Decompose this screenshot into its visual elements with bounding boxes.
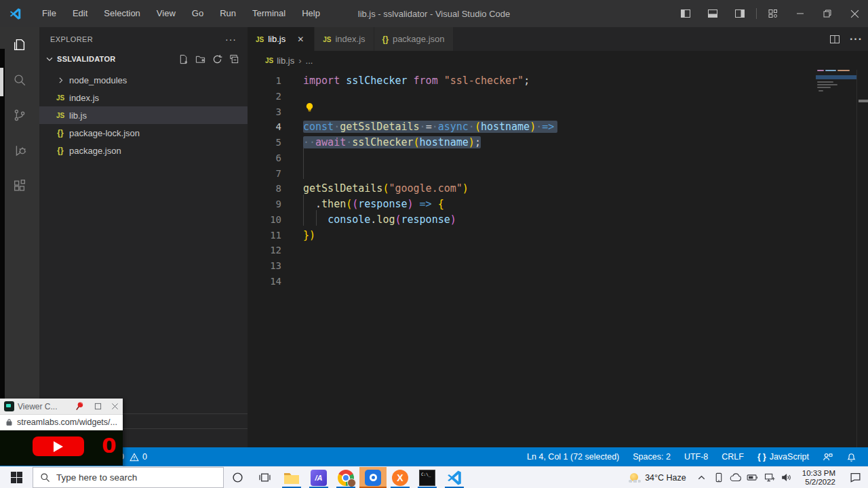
tab-bar: JSlib.js✕JSindex.js{}package.json [248, 27, 868, 51]
action-center-button[interactable] [842, 472, 868, 483]
close-icon[interactable] [111, 403, 119, 410]
json-file-icon: {} [54, 128, 66, 138]
task-view-button[interactable] [251, 467, 278, 488]
code-line: 2 [248, 89, 868, 104]
notifications-bell-icon[interactable] [843, 452, 860, 462]
phone-icon[interactable] [713, 472, 725, 483]
cortana-button[interactable] [224, 467, 251, 488]
code-line: 10 console.log(response) [248, 212, 868, 228]
menu-terminal[interactable]: Terminal [244, 0, 294, 27]
toggle-panel-icon[interactable] [699, 0, 726, 27]
viewer-count-popup-window: Viewer C... streamlabs.com/widgets/... 0 [0, 399, 123, 466]
tree-item-index-js[interactable]: JSindex.js [39, 89, 248, 106]
menu-view[interactable]: View [149, 0, 184, 27]
network-icon[interactable] [764, 473, 776, 482]
sidebar-more-icon[interactable]: ··· [225, 34, 237, 45]
taskbar-app-purple-app[interactable]: /A [305, 467, 332, 488]
activitybar-source-control[interactable] [0, 98, 39, 133]
selection-highlight: const·getSslDetails·=·async·(hostname)·=… [303, 121, 557, 133]
taskbar-app-streamlabs[interactable] [359, 467, 387, 488]
line-number: 5 [248, 135, 281, 150]
workspace-section-header[interactable]: SSLVALIDATOR [39, 51, 248, 67]
line-number: 11 [248, 228, 281, 243]
new-file-icon[interactable] [178, 54, 189, 64]
activitybar-explorer[interactable] [0, 27, 39, 62]
editor-actions: ··· [829, 27, 863, 51]
sidebar-title: EXPLORER [50, 35, 93, 43]
close-tab-icon[interactable]: ✕ [295, 35, 306, 44]
close-button[interactable] [841, 0, 868, 27]
window-controls [672, 0, 868, 27]
collapse-all-icon[interactable] [229, 54, 239, 64]
breadcrumb[interactable]: JS lib.js › ... [248, 51, 868, 70]
menu-selection[interactable]: Selection [96, 0, 148, 27]
tab-lib-js[interactable]: JSlib.js✕ [248, 27, 315, 51]
taskbar-app-chrome[interactable] [332, 467, 359, 488]
chevron-up-icon[interactable] [696, 472, 708, 483]
popup-title-bar[interactable]: Viewer C... [0, 399, 123, 415]
tab-package-json[interactable]: {}package.json [374, 27, 454, 51]
search-icon [40, 472, 50, 483]
code-line: 6 [248, 150, 868, 166]
code-line: 3 [248, 104, 868, 120]
cursor-position[interactable]: Ln 4, Col 1 (72 selected) [524, 452, 623, 462]
popup-address-bar[interactable]: streamlabs.com/widgets/... [0, 415, 123, 430]
taskbar-app-file-explorer[interactable] [278, 467, 305, 488]
split-editor-icon[interactable] [829, 34, 840, 45]
indentation[interactable]: Spaces: 2 [629, 452, 674, 462]
popup-title: Viewer C... [18, 402, 57, 411]
refresh-icon[interactable] [212, 54, 222, 64]
toggle-secondary-sidebar-icon[interactable] [726, 0, 753, 27]
speaker-icon[interactable] [781, 473, 793, 482]
tab-index-js[interactable]: JSindex.js [315, 27, 374, 51]
breadcrumb-more[interactable]: ... [306, 56, 313, 66]
cloud-icon[interactable] [730, 473, 742, 482]
menu-file[interactable]: File [34, 0, 64, 27]
js-file-icon: JS [54, 112, 66, 119]
feedback-icon[interactable] [819, 452, 836, 462]
taskbar-app-xampp[interactable]: X [387, 467, 414, 488]
popup-url[interactable]: streamlabs.com/widgets/... [17, 418, 117, 427]
pin-icon[interactable] [75, 401, 85, 411]
tree-item-node-modules[interactable]: node_modules [39, 71, 248, 89]
menu-edit[interactable]: Edit [64, 0, 96, 27]
tree-item-package-lock-json[interactable]: {}package-lock.json [39, 124, 248, 142]
activitybar-run-debug[interactable] [0, 133, 39, 168]
line-number: 9 [248, 197, 281, 212]
weather-widget[interactable]: 34°C Haze [623, 473, 692, 483]
menu-run[interactable]: Run [212, 0, 244, 27]
language-mode[interactable]: { } JavaScript [754, 452, 812, 462]
tree-item-package-json[interactable]: {}package.json [39, 142, 248, 159]
maximize-icon[interactable] [94, 403, 102, 410]
taskbar-app-vscode[interactable] [441, 467, 468, 488]
battery-icon[interactable] [747, 474, 759, 481]
minimize-button[interactable] [787, 0, 814, 27]
menu-go[interactable]: Go [184, 0, 212, 27]
activity-bar [0, 27, 39, 447]
code-text: .then((response) => { [303, 197, 444, 212]
selection-highlight: ··await·sslChecker(hostname); [303, 136, 481, 148]
start-button[interactable] [0, 467, 33, 488]
taskbar-search[interactable] [33, 467, 224, 488]
tab-label: lib.js [268, 34, 285, 44]
search-input[interactable] [56, 472, 192, 483]
toggle-sidebar-icon[interactable] [672, 0, 699, 27]
breadcrumb-file[interactable]: lib.js [277, 56, 294, 66]
taskbar-app-terminal[interactable]: C:\_ [414, 467, 441, 488]
eol-sequence[interactable]: CRLF [718, 452, 747, 462]
tree-item-lib-js[interactable]: JSlib.js [39, 106, 248, 124]
file-name: node_modules [69, 75, 127, 85]
activitybar-search[interactable] [0, 62, 39, 98]
restore-button[interactable] [814, 0, 841, 27]
activitybar-extensions[interactable] [0, 168, 39, 203]
customize-layout-icon[interactable] [760, 0, 787, 27]
more-actions-icon[interactable]: ··· [850, 33, 863, 45]
taskbar-clock[interactable]: 10:33 PM 5/2/2022 [797, 469, 842, 487]
new-folder-icon[interactable] [195, 54, 205, 64]
menu-help[interactable]: Help [294, 0, 328, 27]
workspace-name: SSLVALIDATOR [57, 55, 116, 63]
terminal-icon: C:\_ [419, 470, 435, 486]
code-editor[interactable]: 1import sslChecker from "ssl-checker";23… [248, 70, 868, 447]
encoding[interactable]: UTF-8 [681, 452, 711, 462]
run-debug-icon [12, 143, 27, 158]
